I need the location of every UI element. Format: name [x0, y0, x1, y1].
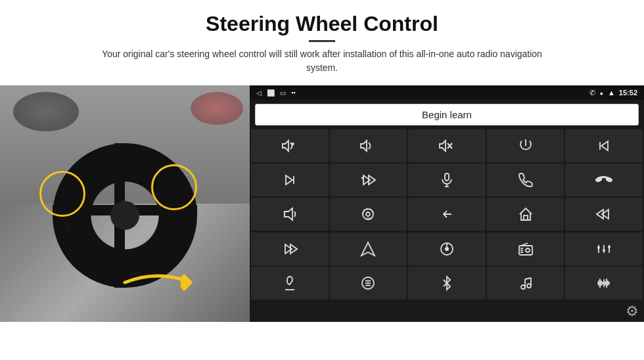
svg-marker-9 [601, 141, 608, 150]
power-button[interactable] [487, 129, 564, 162]
rewind-button[interactable] [565, 198, 643, 231]
title-divider [309, 40, 335, 42]
location-icon: ⬥ [599, 89, 604, 97]
header: Steering Wheel Control Your original car… [0, 0, 644, 79]
next-track-button[interactable] [251, 164, 329, 196]
phone-button[interactable] [487, 164, 564, 196]
svg-point-47 [521, 285, 525, 289]
navigate-button[interactable] [330, 233, 407, 265]
phone-signal-icon: ✆ [589, 89, 595, 97]
svg-marker-4 [361, 141, 367, 151]
svg-point-37 [597, 246, 600, 249]
eq-button[interactable] [565, 233, 643, 265]
svg-marker-1 [283, 141, 288, 151]
svg-line-51 [525, 278, 531, 279]
source-button[interactable] [408, 233, 486, 265]
music-button[interactable] [487, 267, 564, 300]
vol-down-button[interactable] [330, 129, 407, 162]
page-title: Steering Wheel Control [26, 12, 618, 36]
recents-nav-icon[interactable]: ▭ [280, 89, 286, 97]
settings-icon[interactable]: ⚙ [626, 303, 639, 320]
waveform-button[interactable] [565, 267, 643, 300]
status-bar: ◁ ⬜ ▭ ▪▪ ✆ ⬥ ▲ 15:52 [250, 85, 644, 100]
fast-forward-button[interactable] [251, 233, 329, 265]
svg-marker-5 [440, 141, 446, 151]
svg-marker-27 [361, 242, 375, 256]
settings-row: ⚙ [250, 301, 644, 322]
left-control-highlight [39, 171, 85, 217]
main-content: ◁ ⬜ ▭ ▪▪ ✆ ⬥ ▲ 15:52 Begin learn [0, 85, 644, 360]
icon-grid: 360° [250, 129, 644, 301]
steering-wheel-image [0, 85, 250, 322]
status-bar-left: ◁ ⬜ ▭ ▪▪ [256, 89, 295, 97]
back-nav-icon[interactable]: ◁ [256, 89, 262, 97]
header-description: Your original car's steering wheel contr… [99, 47, 545, 75]
skip-forward-button[interactable] [330, 164, 407, 196]
android-screen: ◁ ⬜ ▭ ▪▪ ✆ ⬥ ▲ 15:52 Begin learn [250, 85, 644, 322]
svg-rect-22 [524, 215, 528, 220]
home-nav-icon[interactable]: ⬜ [267, 89, 275, 97]
hang-up-button[interactable] [565, 164, 643, 196]
svg-point-48 [527, 284, 531, 288]
time-display: 15:52 [619, 89, 637, 97]
svg-marker-11 [286, 175, 292, 185]
status-bar-right: ✆ ⬥ ▲ 15:52 [589, 89, 637, 97]
svg-point-32 [526, 248, 530, 252]
svg-point-19 [366, 212, 370, 216]
cam-360-button[interactable]: 360° [330, 198, 407, 231]
bluetooth-button[interactable] [408, 267, 486, 300]
svg-point-29 [445, 247, 449, 251]
horn-button[interactable] [251, 198, 329, 231]
begin-learn-row: Begin learn [250, 100, 644, 129]
voice-button[interactable] [251, 267, 329, 300]
svg-point-39 [603, 249, 605, 252]
right-control-highlight [151, 164, 197, 210]
svg-text:360°: 360° [366, 217, 373, 221]
home-button[interactable] [487, 198, 564, 231]
svg-line-15 [361, 177, 363, 179]
svg-point-41 [608, 246, 610, 248]
svg-rect-16 [445, 173, 449, 181]
wifi-icon: ▲ [608, 89, 615, 97]
back-button[interactable] [408, 198, 486, 231]
battery-icon: ▪▪ [291, 89, 295, 96]
page: Steering Wheel Control Your original car… [0, 0, 644, 360]
begin-learn-button[interactable]: Begin learn [255, 104, 639, 125]
menu-button[interactable] [330, 267, 407, 300]
vol-up-button[interactable] [251, 129, 329, 162]
mute-button[interactable] [408, 129, 486, 162]
prev-track-button[interactable] [565, 129, 643, 162]
radio-button[interactable] [487, 233, 564, 265]
arrow-indicator [118, 263, 210, 302]
mic-button[interactable] [408, 164, 486, 196]
